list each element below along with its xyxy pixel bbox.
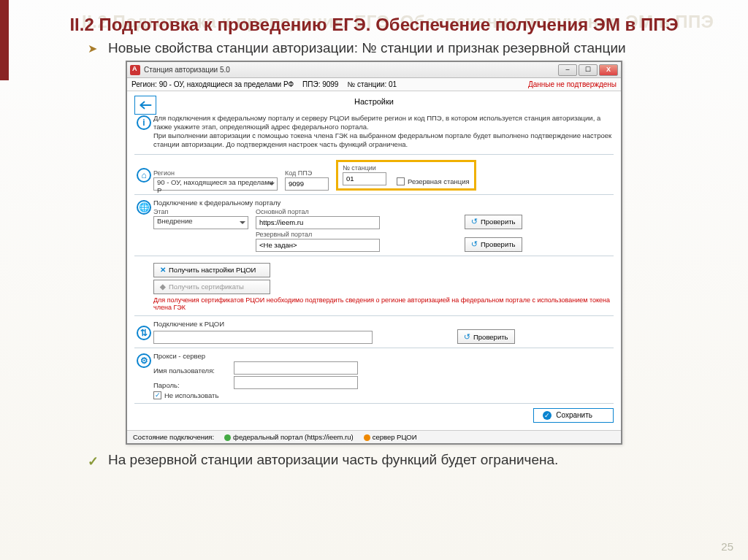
- status-bar: Состояние подключения: федеральный порта…: [127, 430, 621, 443]
- refresh-icon: ↻: [471, 217, 478, 226]
- cert-warning: Для получения сертификатов РЦОИ необходи…: [153, 296, 614, 312]
- status-fed: федеральный портал (https://ieem.ru): [233, 433, 354, 441]
- rcoi-section-label: Подключение к РЦОИ: [153, 320, 614, 328]
- close-button[interactable]: X: [599, 64, 618, 76]
- refresh-icon: ↻: [464, 332, 470, 342]
- station-no-label: № станции: [343, 164, 386, 172]
- back-arrow-icon: [139, 100, 152, 110]
- station-highlight: № станции Резервная станция: [336, 160, 476, 191]
- info-icon: i: [137, 115, 151, 130]
- window-title: Станция авторизации 5.0: [144, 66, 558, 74]
- globe-icon: 🌐: [137, 200, 151, 215]
- status-dot-orange: [364, 434, 370, 441]
- home-icon: ⌂: [137, 168, 151, 183]
- status-label: Состояние подключения:: [133, 433, 214, 441]
- check-rcoi-button[interactable]: ↻Проверить: [457, 329, 515, 344]
- backup-portal-input[interactable]: [256, 239, 380, 252]
- window-titlebar: Станция авторизации 5.0 – ☐ X: [127, 62, 621, 78]
- proxy-section-label: Прокси - сервер: [153, 352, 614, 360]
- stage-select[interactable]: Внедрение: [153, 216, 248, 229]
- maximize-button[interactable]: ☐: [579, 64, 598, 76]
- backup-portal-label: Резервный портал: [256, 231, 380, 238]
- proxy-user-input[interactable]: [234, 361, 358, 375]
- get-certs-button[interactable]: ◆Получить сертификаты: [153, 280, 270, 294]
- reserve-label: Резервная станция: [408, 177, 470, 185]
- settings-header: Настройки: [134, 97, 614, 106]
- info-ppe: ППЭ: 9099: [302, 80, 338, 88]
- app-window: Станция авторизации 5.0 – ☐ X Регион: 90…: [126, 61, 622, 445]
- cert-icon: ◆: [160, 283, 166, 291]
- main-portal-input[interactable]: [256, 216, 380, 229]
- proxy-nouse-checkbox[interactable]: ✓: [153, 391, 161, 399]
- bullet-bottom: На резервной станции авторизации часть ф…: [88, 452, 726, 468]
- proxy-user-label: Имя пользователя:: [153, 367, 226, 375]
- proxy-pass-input[interactable]: [234, 376, 358, 389]
- main-portal-label: Основной портал: [256, 208, 380, 215]
- accent-bar: [0, 0, 9, 80]
- get-rcoi-settings-button[interactable]: ✕Получить настройки РЦОИ: [153, 263, 270, 277]
- proxy-nouse-label: Не использовать: [164, 391, 218, 399]
- status-rcoi: сервер РЦОИ: [373, 433, 417, 441]
- page-number: 25: [721, 540, 733, 553]
- info-station: № станции: 01: [347, 80, 397, 88]
- info-bar: Регион: 90 - ОУ, находящиеся за пределам…: [127, 78, 621, 91]
- portal-section-label: Подключение к федеральному порталу: [153, 199, 614, 207]
- rcoi-icon: ⇅: [137, 326, 151, 340]
- check-backup-portal-button[interactable]: ↻Проверить: [465, 237, 522, 252]
- proxy-icon: ⚙: [137, 353, 151, 368]
- minimize-button[interactable]: –: [558, 64, 577, 76]
- check-main-portal-button[interactable]: ↻Проверить: [465, 215, 522, 229]
- ppe-code-input[interactable]: [285, 177, 329, 191]
- info-warn: Данные не подтверждены: [528, 80, 617, 88]
- app-icon: [130, 65, 140, 75]
- tools-icon: ✕: [160, 266, 166, 274]
- rcoi-address-input[interactable]: [153, 331, 373, 344]
- region-label: Регион: [153, 169, 278, 177]
- save-button[interactable]: ✓Сохранить: [533, 408, 614, 423]
- region-select[interactable]: 90 - ОУ, находящиеся за пределами Р: [153, 177, 278, 191]
- refresh-icon: ↻: [471, 239, 478, 249]
- station-no-input[interactable]: [343, 172, 386, 185]
- slide-title: II.2 Подготовка к проведению ЕГЭ. Обеспе…: [51, 13, 697, 36]
- bullet-top: Новые свойства станции авторизации: № ст…: [88, 40, 726, 56]
- info-region: Регион: 90 - ОУ, находящиеся за пределам…: [131, 80, 294, 88]
- status-dot-green: [224, 434, 231, 441]
- stage-label: Этап: [153, 208, 248, 215]
- save-icon: ✓: [543, 411, 552, 420]
- reserve-checkbox[interactable]: [397, 177, 405, 185]
- proxy-pass-label: Пароль:: [153, 381, 226, 389]
- ppe-code-label: Код ППЭ: [285, 169, 329, 177]
- intro-text: Для подключения к федеральному порталу и…: [153, 114, 614, 149]
